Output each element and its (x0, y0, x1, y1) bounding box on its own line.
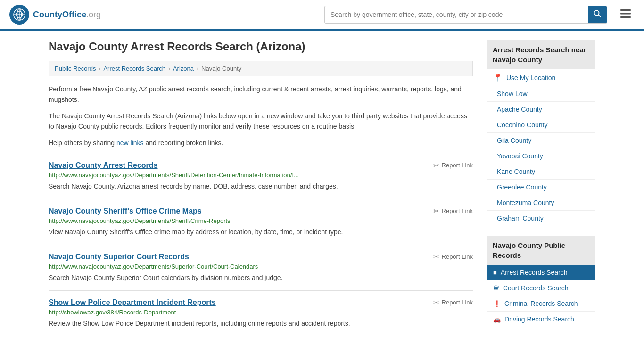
report-link-btn-3[interactable]: ✂ Report Link (433, 298, 473, 307)
result-header-2: Navajo County Superior Court Records ✂ R… (49, 253, 473, 261)
result-title-3[interactable]: Show Low Police Department Incident Repo… (49, 298, 216, 307)
pr-item-0[interactable]: ■ Arrest Records Search (487, 265, 595, 280)
nearby-heading: Arrest Records Search near Navajo County (487, 40, 595, 69)
search-button[interactable] (588, 6, 607, 23)
nearby-item-4[interactable]: Gila County (487, 133, 595, 148)
nearby-list: 📍 Use My Location Show Low Apache County (487, 69, 595, 226)
result-title-1[interactable]: Navajo County Sheriff's Office Crime Map… (49, 207, 202, 215)
location-icon: 📍 (493, 73, 503, 82)
nearby-item-9[interactable]: Graham County (487, 211, 595, 226)
result-url-2: http://www.navajocountyaz.gov/Department… (49, 263, 473, 270)
nearby-link-5[interactable]: Yavapai County (487, 148, 595, 164)
page-title: Navajo County Arrest Records Search (Ari… (49, 40, 473, 53)
result-item-2: Navajo County Superior Court Records ✂ R… (49, 245, 473, 291)
breadcrumb-navajo: Navajo County (201, 65, 241, 72)
report-link-btn-0[interactable]: ✂ Report Link (433, 161, 473, 170)
result-url-3: http://showlowaz.gov/384/Records-Departm… (49, 309, 473, 316)
description-para3: Help others by sharing new links and rep… (49, 138, 473, 148)
svg-line-6 (599, 15, 601, 17)
result-header-0: Navajo County Arrest Records ✂ Report Li… (49, 161, 473, 170)
pr-item-1[interactable]: 🏛 Court Records Search (487, 280, 595, 296)
nearby-link-1[interactable]: Show Low (487, 86, 595, 101)
report-link-btn-2[interactable]: ✂ Report Link (433, 253, 473, 261)
nearby-item-6[interactable]: Kane County (487, 164, 595, 180)
nearby-link-0[interactable]: 📍 Use My Location (487, 69, 595, 86)
new-links-link[interactable]: new links (116, 139, 144, 147)
nearby-item-2[interactable]: Apache County (487, 102, 595, 117)
nearby-item-5[interactable]: Yavapai County (487, 148, 595, 164)
nearby-link-9[interactable]: Graham County (487, 211, 595, 226)
pr-link-2[interactable]: ❗ Criminal Records Search (487, 296, 595, 311)
logo-text: CountyOffice.org (33, 10, 101, 20)
breadcrumb-sep-1: › (99, 66, 100, 72)
report-icon-0: ✂ (433, 161, 439, 170)
nearby-link-8[interactable]: Montezuma County (487, 195, 595, 210)
results-list: Navajo County Arrest Records ✂ Report Li… (49, 154, 473, 336)
result-url-1: http://www.navajocountyaz.gov/Department… (49, 217, 473, 224)
svg-rect-8 (620, 13, 631, 14)
menu-button[interactable] (617, 8, 635, 22)
logo-icon (9, 5, 29, 25)
result-item-0: Navajo County Arrest Records ✂ Report Li… (49, 154, 473, 199)
breadcrumb-public-records[interactable]: Public Records (55, 65, 96, 72)
result-title-0[interactable]: Navajo County Arrest Records (49, 161, 157, 170)
main-container: Navajo County Arrest Records Search (Ari… (39, 31, 605, 346)
report-link-btn-1[interactable]: ✂ Report Link (433, 207, 473, 215)
nearby-link-6[interactable]: Kane County (487, 164, 595, 179)
pr-item-2[interactable]: ❗ Criminal Records Search (487, 296, 595, 312)
sidebar: Arrest Records Search near Navajo County… (487, 40, 595, 337)
description-para2: The Navajo County Arrest Records Search … (49, 111, 473, 132)
report-icon-2: ✂ (433, 253, 439, 261)
nearby-link-7[interactable]: Greenlee County (487, 180, 595, 195)
description-para1: Perform a free Navajo County, AZ public … (49, 84, 473, 105)
site-header: CountyOffice.org (0, 0, 644, 31)
result-title-2[interactable]: Navajo County Superior Court Records (49, 253, 189, 261)
public-records-section: Navajo County Public Records ■ Arrest Re… (487, 236, 595, 327)
svg-rect-9 (620, 16, 631, 18)
nearby-item-8[interactable]: Montezuma County (487, 195, 595, 211)
svg-rect-7 (620, 9, 631, 11)
nearby-link-3[interactable]: Coconino County (487, 117, 595, 132)
breadcrumb-arrest-records[interactable]: Arrest Records Search (103, 65, 165, 72)
nearby-section: Arrest Records Search near Navajo County… (487, 40, 595, 226)
pr-icon-3: 🚗 (493, 316, 501, 323)
pr-link-0[interactable]: ■ Arrest Records Search (487, 265, 595, 280)
breadcrumb-sep-3: › (197, 66, 198, 72)
pr-icon-2: ❗ (493, 300, 501, 307)
result-desc-0: Search Navajo County, Arizona arrest rec… (49, 181, 473, 191)
pr-icon-1: 🏛 (493, 285, 499, 292)
result-item-3: Show Low Police Department Incident Repo… (49, 291, 473, 336)
result-url-0: http://www.navajocountyaz.gov/Department… (49, 172, 473, 179)
content-area: Navajo County Arrest Records Search (Ari… (49, 40, 473, 337)
breadcrumb-sep-2: › (168, 66, 170, 72)
nearby-item-0[interactable]: 📍 Use My Location (487, 69, 595, 86)
search-input[interactable] (325, 7, 588, 22)
public-records-list: ■ Arrest Records Search 🏛 Court Records … (487, 265, 595, 327)
result-item-1: Navajo County Sheriff's Office Crime Map… (49, 199, 473, 245)
public-records-heading: Navajo County Public Records (487, 236, 595, 265)
nearby-link-4[interactable]: Gila County (487, 133, 595, 148)
report-icon-3: ✂ (433, 298, 439, 307)
nearby-item-7[interactable]: Greenlee County (487, 180, 595, 195)
svg-point-5 (594, 11, 599, 16)
result-header-3: Show Low Police Department Incident Repo… (49, 298, 473, 307)
result-desc-3: Review the Show Low Police Department in… (49, 319, 473, 329)
nearby-item-1[interactable]: Show Low (487, 86, 595, 102)
report-icon-1: ✂ (433, 207, 439, 215)
logo-link[interactable]: CountyOffice.org (9, 5, 101, 25)
search-bar (324, 6, 607, 24)
breadcrumb-arizona[interactable]: Arizona (173, 65, 194, 72)
nearby-link-2[interactable]: Apache County (487, 102, 595, 117)
result-header-1: Navajo County Sheriff's Office Crime Map… (49, 207, 473, 215)
result-desc-1: View Navajo County Sheriff's Office crim… (49, 227, 473, 237)
breadcrumb: Public Records › Arrest Records Search ›… (49, 61, 473, 76)
pr-link-3[interactable]: 🚗 Driving Records Search (487, 312, 595, 327)
pr-icon-0: ■ (493, 269, 497, 276)
pr-link-1[interactable]: 🏛 Court Records Search (487, 280, 595, 296)
nearby-item-3[interactable]: Coconino County (487, 117, 595, 133)
pr-item-3[interactable]: 🚗 Driving Records Search (487, 312, 595, 327)
result-desc-2: Search Navajo County Superior Court cale… (49, 273, 473, 283)
